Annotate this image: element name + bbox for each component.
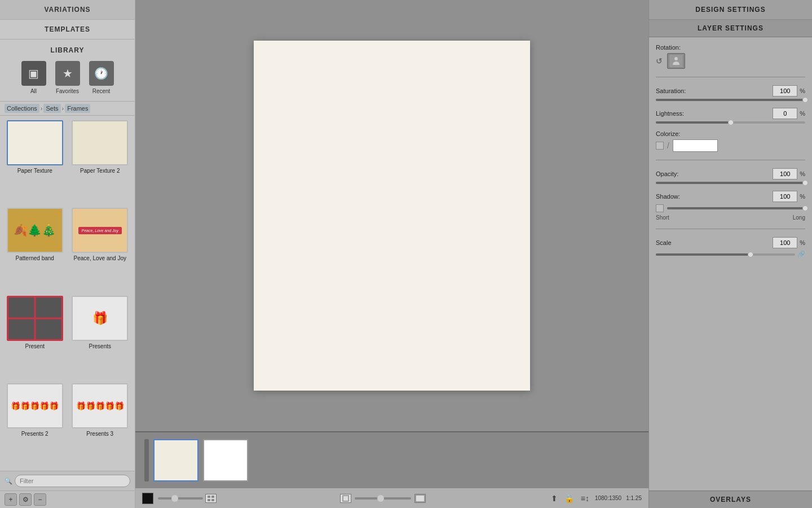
bottom-left-bar: + ⚙ −: [0, 491, 135, 508]
add-button[interactable]: +: [5, 493, 17, 506]
zoom-slider-left[interactable]: [158, 497, 203, 500]
canvas-page: [254, 41, 530, 391]
color-swatch[interactable]: [673, 139, 718, 152]
color-picker[interactable]: [142, 493, 153, 504]
thumb-label-paper-texture-2: Paper Texture 2: [80, 167, 120, 174]
breadcrumb-collections[interactable]: Collections: [5, 104, 39, 113]
thumbnails-area: Paper Texture Paper Texture 2 🍂🌲🎄 Patter…: [0, 116, 135, 471]
overlays-footer[interactable]: OVERLAYS: [649, 491, 812, 508]
thumb-paper-texture[interactable]: Paper Texture: [5, 120, 65, 203]
shadow-long-label: Long: [793, 214, 805, 221]
settings-content: Rotation: ↺: [649, 37, 812, 491]
saturation-slider[interactable]: [656, 99, 805, 101]
rotation-preset[interactable]: [667, 53, 685, 69]
colorize-label: Colorize:: [656, 130, 680, 137]
lightness-percent: %: [800, 110, 805, 117]
scale-slider[interactable]: [656, 253, 795, 256]
svg-point-6: [674, 57, 678, 60]
shadow-input[interactable]: [773, 191, 797, 202]
bottom-toolbar: ⬆ 🔒 ≡↕ 1080:1350 1:1.25: [135, 488, 648, 508]
thumb-label-peace-love: Peace, Love and Joy: [74, 255, 126, 262]
variations-button[interactable]: VARIATIONS: [0, 0, 135, 20]
canvas-area: ⬆ 🔒 ≡↕ 1080:1350 1:1.25: [135, 0, 648, 508]
design-settings-header: DESIGN SETTINGS: [649, 0, 812, 20]
search-icon: 🔍: [5, 478, 12, 485]
library-favorites-tab[interactable]: ★ Favorites: [55, 61, 80, 94]
clock-icon: 🕐: [89, 61, 114, 86]
lightness-slider[interactable]: [656, 121, 805, 124]
opacity-input[interactable]: [773, 168, 797, 179]
thumb-peace-love[interactable]: Peace, Love and Joy Peace, Love and Joy: [70, 208, 131, 291]
thumb-img-paper-texture-2: [72, 120, 128, 165]
thumb-patterned-band[interactable]: 🍂🌲🎄 Patterned band: [5, 208, 65, 291]
thumb-img-presents-2: 🎁🎁🎁🎁🎁: [7, 383, 63, 428]
svg-rect-0: [208, 496, 210, 498]
lock-button[interactable]: 🔒: [563, 493, 575, 504]
zoom-slider-right[interactable]: [355, 497, 411, 500]
saturation-label: Saturation:: [656, 87, 686, 94]
opacity-row: Opacity: %: [656, 168, 805, 184]
left-panel: VARIATIONS TEMPLATES LIBRARY ▣ All ★ Fav…: [0, 0, 135, 508]
filmstrip-thumb-1[interactable]: [153, 439, 198, 481]
thumb-img-peace-love: Peace, Love and Joy: [72, 208, 128, 253]
thumb-presents[interactable]: 🎁 Presents: [70, 296, 131, 379]
thumb-present[interactable]: Present: [5, 296, 65, 379]
peace-banner-text: Peace, Love and Joy: [78, 227, 122, 234]
shadow-percent: %: [800, 193, 805, 200]
lightness-input[interactable]: [773, 108, 797, 119]
filter-input[interactable]: [15, 475, 130, 487]
shadow-slider[interactable]: [667, 207, 805, 209]
settings-button[interactable]: ⚙: [19, 493, 32, 506]
templates-button[interactable]: TEMPLATES: [0, 20, 135, 40]
scale-label: Scale: [656, 239, 672, 246]
view-small-icon[interactable]: [205, 494, 217, 503]
thumb-presents-3[interactable]: 🎁🎁🎁🎁🎁 Presents 3: [70, 383, 131, 466]
shadow-label: Shadow:: [656, 193, 680, 200]
thumb-label-presents-2: Presents 2: [21, 430, 48, 437]
rotation-icon[interactable]: ↺: [656, 56, 663, 65]
thumb-presents-2[interactable]: 🎁🎁🎁🎁🎁 Presents 2: [5, 383, 65, 466]
thumb-img-presents-3: 🎁🎁🎁🎁🎁: [72, 383, 128, 428]
layers-button[interactable]: ≡↕: [580, 493, 590, 504]
thumb-label-presents: Presents: [89, 343, 111, 350]
scale-row: Scale % 🔗: [656, 237, 805, 258]
thumb-paper-texture-2[interactable]: Paper Texture 2: [70, 120, 131, 203]
lightness-row: Lightness: %: [656, 108, 805, 124]
saturation-row: Saturation: %: [656, 85, 805, 101]
saturation-input[interactable]: [773, 85, 797, 97]
shadow-row: Shadow: % Short Long: [656, 191, 805, 221]
view-large-icon[interactable]: [414, 494, 426, 503]
opacity-slider[interactable]: [656, 182, 805, 184]
canvas-main[interactable]: [135, 0, 648, 431]
view-page-icon[interactable]: [340, 494, 351, 503]
scale-input[interactable]: [773, 237, 797, 248]
breadcrumb-sets[interactable]: Sets: [43, 104, 60, 113]
svg-rect-2: [208, 499, 210, 501]
library-recent-tab[interactable]: 🕐 Recent: [89, 61, 114, 94]
thumb-label-present: Present: [25, 343, 45, 350]
colorize-row: Colorize: /: [656, 130, 805, 152]
svg-rect-5: [416, 495, 425, 502]
star-icon: ★: [55, 61, 80, 86]
breadcrumb-frames[interactable]: Frames: [65, 104, 90, 113]
export-button[interactable]: ⬆: [550, 493, 559, 504]
svg-rect-1: [211, 496, 214, 498]
saturation-percent: %: [800, 87, 805, 94]
scale-link-icon[interactable]: 🔗: [797, 251, 805, 258]
library-all-tab[interactable]: ▣ All: [21, 61, 46, 94]
shadow-checkbox[interactable]: [656, 204, 664, 212]
resolution-text: 1080:1350: [595, 495, 621, 501]
right-panel: DESIGN SETTINGS LAYER SETTINGS Rotation:…: [648, 0, 812, 508]
shadow-short-label: Short: [656, 214, 669, 221]
library-label: LIBRARY: [0, 44, 135, 59]
thumb-label-presents-3: Presents 3: [86, 430, 113, 437]
thumb-img-paper-texture: [7, 120, 63, 165]
thumb-label-paper-texture: Paper Texture: [17, 167, 52, 174]
scale-percent: %: [800, 239, 805, 246]
colorize-checkbox[interactable]: [656, 142, 664, 150]
breadcrumb: Collections › Sets › Frames: [0, 102, 135, 116]
svg-rect-4: [343, 496, 348, 501]
remove-button[interactable]: −: [34, 493, 46, 506]
filmstrip-thumb-2[interactable]: [203, 439, 248, 481]
thumb-img-present: [7, 296, 63, 341]
